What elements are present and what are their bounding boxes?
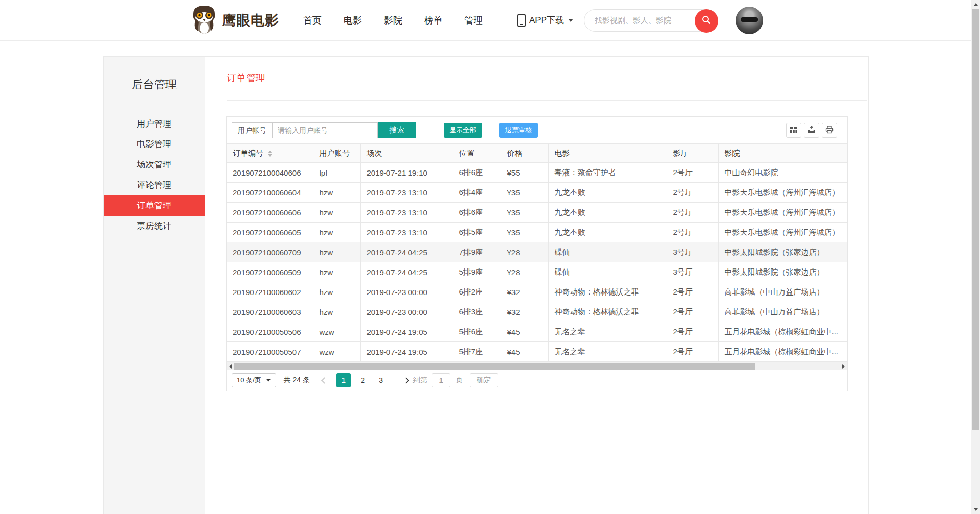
cell-order_no: 2019072100050506: [227, 322, 313, 342]
cell-hall: 2号厅: [667, 342, 718, 362]
cell-seat: 6排5座: [453, 223, 501, 242]
goto-page-input[interactable]: [432, 373, 450, 387]
cell-cinema: 中山奇幻电影院: [718, 163, 847, 183]
cell-hall: 2号厅: [667, 163, 718, 183]
sidebar-item-comments[interactable]: 评论管理: [104, 175, 205, 195]
cell-order_no: 2019072100060604: [227, 183, 313, 203]
sidebar-item-boxoffice[interactable]: 票房统计: [104, 216, 205, 236]
cell-order_no: 2019072100060603: [227, 302, 313, 322]
page-vertical-scrollbar[interactable]: [971, 0, 980, 514]
cell-hall: 2号厅: [667, 322, 718, 342]
col-header-order_no[interactable]: 订单编号: [227, 144, 313, 163]
nav-item-rankings[interactable]: 榜单: [424, 14, 443, 27]
table-row[interactable]: 2019072100060604hzw2019-07-23 13:106排4座¥…: [227, 183, 847, 203]
table-row[interactable]: 2019072100050506wzw2019-07-24 19:055排6座¥…: [227, 322, 847, 342]
cell-session: 2019-07-23 13:10: [360, 183, 453, 203]
scroll-left-arrow-icon[interactable]: [227, 362, 234, 370]
header-search-button[interactable]: [695, 9, 718, 33]
cell-movie: 九龙不败: [548, 223, 667, 242]
print-button[interactable]: [822, 123, 837, 138]
cell-price: ¥55: [501, 163, 548, 183]
scroll-down-arrow-icon[interactable]: [971, 505, 980, 514]
sidebar-item-users[interactable]: 用户管理: [104, 114, 205, 134]
cell-cinema: 中影天乐电影城（海州汇海城店）: [718, 203, 847, 223]
page-2[interactable]: 2: [357, 373, 369, 387]
main-nav: 首页电影影院榜单管理: [303, 14, 505, 27]
cell-seat: 6排2座: [453, 282, 501, 302]
col-header-movie: 电影: [548, 144, 667, 163]
cell-order_no: 2019072100060709: [227, 242, 313, 262]
cell-cinema: 高菲影城（中山万益广场店）: [718, 282, 847, 302]
admin-wrapper: 后台管理 用户管理电影管理场次管理评论管理订单管理票房统计 订单管理 用户帐号 …: [103, 56, 869, 514]
cell-movie: 无名之辈: [548, 342, 667, 362]
nav-item-home[interactable]: 首页: [303, 14, 322, 27]
cell-order_no: 2019072100040606: [227, 163, 313, 183]
cell-account: wzw: [313, 322, 360, 342]
scroll-right-arrow-icon[interactable]: [840, 362, 847, 370]
cell-session: 2019-07-24 04:25: [360, 242, 453, 262]
nav-item-movies[interactable]: 电影: [344, 14, 362, 27]
columns-icon: [790, 126, 798, 135]
total-count: 共 24 条: [284, 376, 310, 385]
cell-session: 2019-07-23 13:10: [360, 223, 453, 242]
cell-hall: 2号厅: [667, 183, 718, 203]
print-icon: [825, 126, 834, 135]
vertical-scrollbar-thumb[interactable]: [972, 9, 979, 430]
table-body: 2019072100040606lpf2019-07-21 19:106排6座¥…: [227, 163, 847, 362]
brand-logo[interactable]: 鹰眼电影: [191, 5, 279, 36]
horizontal-scrollbar-thumb[interactable]: [234, 363, 755, 370]
cell-cinema: 五月花电影城（棕榈彩虹商业中...: [718, 322, 847, 342]
sort-icon[interactable]: [268, 151, 272, 157]
goto-prefix: 到第: [413, 376, 427, 385]
cell-seat: 6排6座: [453, 203, 501, 223]
table-row[interactable]: 2019072100060606hzw2019-07-23 13:106排6座¥…: [227, 203, 847, 223]
sidebar-item-sessions[interactable]: 场次管理: [104, 155, 205, 175]
cell-price: ¥28: [501, 242, 548, 262]
prev-page-icon[interactable]: [321, 377, 328, 384]
cell-account: hzw: [313, 183, 360, 203]
table-row[interactable]: 2019072100060602hzw2019-07-23 00:006排2座¥…: [227, 282, 847, 302]
user-avatar[interactable]: [736, 7, 763, 34]
cell-cinema: 中影天乐电影城（海州汇海城店）: [718, 223, 847, 242]
table-row[interactable]: 2019072100060603hzw2019-07-23 00:006排3座¥…: [227, 302, 847, 322]
export-button[interactable]: [804, 123, 819, 138]
page-3[interactable]: 3: [375, 373, 386, 387]
columns-toggle-button[interactable]: [786, 123, 801, 138]
app-download-dropdown[interactable]: APP下载: [517, 14, 573, 27]
show-all-button[interactable]: 显示全部: [444, 123, 482, 138]
scroll-up-arrow-icon[interactable]: [971, 0, 980, 9]
phone-icon: [517, 14, 526, 27]
brand-name: 鹰眼电影: [222, 11, 279, 30]
page-1[interactable]: 1: [336, 373, 351, 387]
sidebar-title: 后台管理: [104, 77, 205, 92]
table-row[interactable]: 2019072100040606lpf2019-07-21 19:106排6座¥…: [227, 163, 847, 183]
table-horizontal-scrollbar[interactable]: [227, 362, 847, 370]
page-size-select[interactable]: 10 条/页: [232, 373, 276, 387]
cell-price: ¥32: [501, 282, 548, 302]
header-search-input[interactable]: [595, 16, 681, 25]
nav-item-cinemas[interactable]: 影院: [384, 14, 402, 27]
table-row[interactable]: 2019072100060509hzw2019-07-24 04:255排9座¥…: [227, 262, 847, 282]
table-row[interactable]: 2019072100060709hzw2019-07-24 04:257排9座¥…: [227, 242, 847, 262]
search-button[interactable]: 搜索: [378, 122, 416, 138]
table-header-row: 订单编号用户账号场次位置价格电影影厅影院: [227, 144, 847, 163]
nav-item-admin[interactable]: 管理: [464, 14, 483, 27]
sidebar-item-orders[interactable]: 订单管理: [104, 195, 205, 216]
refund-review-button[interactable]: 退票审核: [499, 123, 538, 138]
cell-seat: 6排3座: [453, 302, 501, 322]
cell-order_no: 2019072100050507: [227, 342, 313, 362]
cell-seat: 5排6座: [453, 322, 501, 342]
col-header-session: 场次: [360, 144, 453, 163]
next-page-icon[interactable]: [403, 377, 409, 384]
cell-hall: 3号厅: [667, 242, 718, 262]
goto-confirm-button[interactable]: 确定: [470, 373, 498, 387]
cell-cinema: 中影太阳城影院（张家边店）: [718, 242, 847, 262]
cell-session: 2019-07-23 00:00: [360, 282, 453, 302]
table-row[interactable]: 2019072100050507wzw2019-07-24 19:055排7座¥…: [227, 342, 847, 362]
page-list: 123: [336, 373, 393, 387]
page-size-caret-icon: [266, 379, 271, 381]
account-input[interactable]: [273, 122, 378, 138]
table-row[interactable]: 2019072100060605hzw2019-07-23 13:106排5座¥…: [227, 223, 847, 242]
sidebar-item-movies[interactable]: 电影管理: [104, 134, 205, 155]
orders-table-card: 用户帐号 搜索 显示全部 退票审核: [226, 116, 848, 391]
